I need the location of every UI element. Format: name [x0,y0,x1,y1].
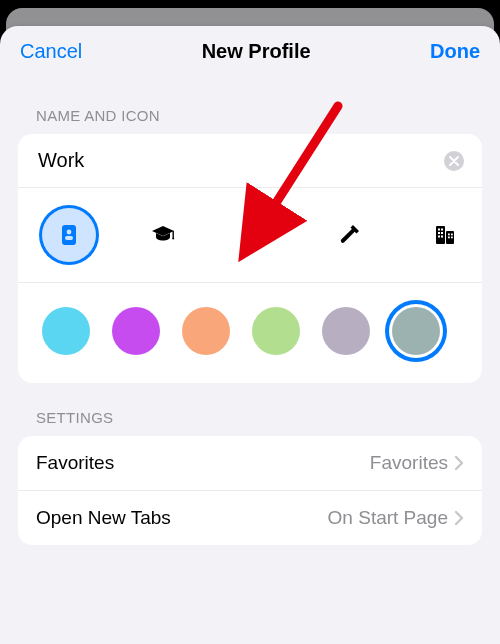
graduation-cap-icon [151,223,175,247]
color-swatch-cyan[interactable] [42,307,90,355]
settings-row-favorites[interactable]: Favorites Favorites [18,436,482,491]
nav-bar: Cancel New Profile Done [0,26,500,73]
svg-point-1 [67,230,72,235]
svg-rect-4 [436,226,445,244]
section-header-name-icon: NAME AND ICON [0,73,500,134]
icon-option-graduation[interactable] [136,208,190,262]
svg-rect-9 [441,232,443,234]
color-swatch-lavender[interactable] [322,307,370,355]
building-icon [433,223,457,247]
clear-text-button[interactable] [444,151,464,171]
svg-rect-0 [62,225,76,245]
modal-sheet: Cancel New Profile Done NAME AND ICON [0,26,500,644]
icon-option-briefcase[interactable] [230,208,284,262]
settings-row-open-new-tabs[interactable]: Open New Tabs On Start Page [18,491,482,545]
svg-rect-7 [441,229,443,231]
svg-rect-10 [438,236,440,238]
settings-label: Favorites [36,452,114,474]
color-swatch-slate[interactable] [392,307,440,355]
chevron-right-icon [454,510,464,526]
profile-name-input[interactable] [36,148,434,173]
svg-point-3 [172,238,174,240]
done-button[interactable]: Done [430,40,480,63]
color-picker-row [18,283,482,383]
color-swatch-purple[interactable] [112,307,160,355]
name-and-icon-card [18,134,482,383]
briefcase-icon [245,223,269,247]
svg-rect-12 [448,234,450,236]
svg-rect-13 [451,234,453,236]
svg-rect-8 [438,232,440,234]
svg-rect-14 [448,237,450,239]
chevron-right-icon [454,455,464,471]
settings-value: On Start Page [328,507,464,529]
page-title: New Profile [202,40,311,63]
cancel-button[interactable]: Cancel [20,40,82,63]
svg-rect-11 [441,236,443,238]
settings-value: Favorites [370,452,464,474]
settings-label: Open New Tabs [36,507,171,529]
close-icon [449,156,459,166]
icon-picker-row [18,188,482,283]
icon-option-building[interactable] [418,208,472,262]
color-swatch-orange[interactable] [182,307,230,355]
badge-icon [57,223,81,247]
section-header-settings: SETTINGS [0,383,500,436]
color-swatch-green[interactable] [252,307,300,355]
hammer-icon [339,223,363,247]
svg-rect-15 [451,237,453,239]
svg-rect-6 [438,229,440,231]
icon-option-badge[interactable] [42,208,96,262]
svg-rect-2 [65,236,73,240]
settings-card: Favorites Favorites Open New Tabs On Sta… [18,436,482,545]
profile-name-row [18,134,482,188]
icon-option-hammer[interactable] [324,208,378,262]
